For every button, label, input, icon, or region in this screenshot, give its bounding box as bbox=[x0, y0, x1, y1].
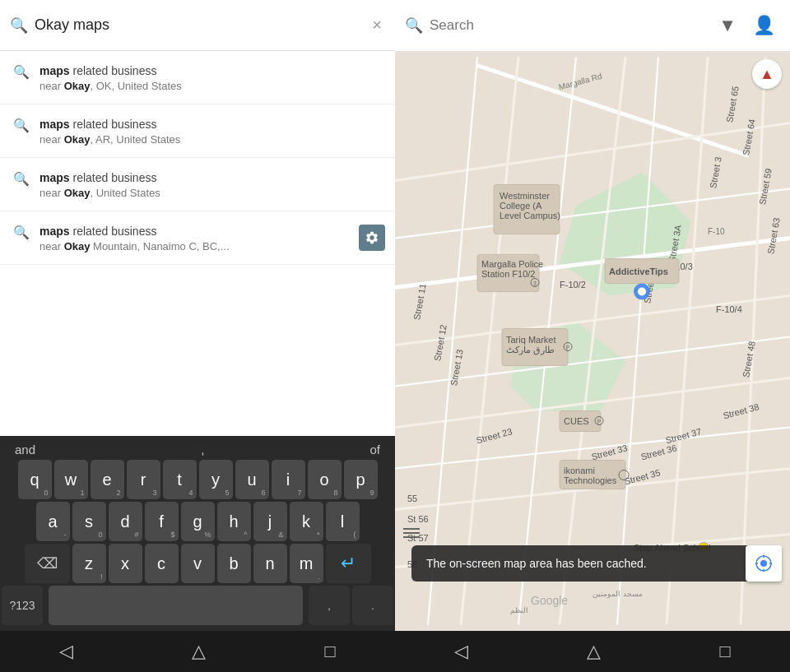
svg-text:Margalla Police: Margalla Police bbox=[481, 259, 543, 269]
keyboard-comma[interactable]: , bbox=[201, 443, 204, 456]
keyboard-bottom-row: ?123 , . bbox=[2, 586, 393, 625]
map-recents-button[interactable]: □ bbox=[720, 641, 731, 662]
key-period-btn[interactable]: . bbox=[352, 586, 393, 625]
svg-text:CUES: CUES bbox=[564, 416, 589, 426]
suggestion-4-sub-prefix: near bbox=[40, 240, 64, 253]
svg-text:58: 58 bbox=[407, 559, 417, 569]
settings-gear-button[interactable] bbox=[359, 225, 385, 251]
svg-text:النظم: النظم bbox=[510, 606, 528, 615]
svg-text:Technologies: Technologies bbox=[564, 475, 617, 485]
key-e[interactable]: e2 bbox=[91, 460, 124, 499]
key-enter[interactable]: ↵ bbox=[326, 544, 371, 583]
key-s[interactable]: s0 bbox=[72, 502, 106, 541]
suggestion-1-title: maps bbox=[40, 64, 70, 77]
map-search-bar: 🔍 ▼ 👤 bbox=[395, 0, 790, 51]
suggestion-2-rest: related business bbox=[70, 118, 157, 131]
svg-text:55: 55 bbox=[407, 494, 417, 503]
keyboard-row-3: ⌫ z! x c v b n m. ↵ bbox=[2, 544, 393, 583]
key-symbols[interactable]: ?123 bbox=[2, 586, 43, 625]
svg-point-58 bbox=[638, 288, 646, 296]
key-w[interactable]: w1 bbox=[54, 460, 88, 499]
svg-text:Level Campus): Level Campus) bbox=[500, 211, 560, 220]
suggestion-3-sub-bold: Okay bbox=[64, 187, 91, 199]
key-r[interactable]: r3 bbox=[127, 460, 160, 499]
svg-text:Google: Google bbox=[531, 594, 568, 607]
suggestion-search-icon-2: 🔍 bbox=[13, 118, 30, 133]
keyboard-word-of[interactable]: of bbox=[369, 443, 380, 456]
key-n[interactable]: n bbox=[253, 544, 287, 583]
svg-text:Tariq Market: Tariq Market bbox=[506, 335, 556, 345]
key-l[interactable]: l( bbox=[326, 502, 360, 541]
key-comma-btn[interactable]: , bbox=[309, 586, 350, 625]
key-o[interactable]: o8 bbox=[308, 460, 342, 499]
key-m[interactable]: m. bbox=[290, 544, 323, 583]
suggestion-1-sub-prefix: near bbox=[40, 80, 64, 92]
svg-text:مسجد المومنین: مسجد المومنین bbox=[592, 590, 643, 599]
suggestion-search-icon-4: 🔍 bbox=[13, 225, 30, 240]
svg-text:AddictiveTips: AddictiveTips bbox=[609, 266, 668, 276]
home-button[interactable]: △ bbox=[192, 641, 206, 662]
key-j[interactable]: j& bbox=[253, 502, 287, 541]
key-c[interactable]: c bbox=[145, 544, 179, 583]
suggestion-4-title: maps bbox=[40, 225, 70, 238]
key-a[interactable]: a- bbox=[36, 502, 70, 541]
map-search-input[interactable] bbox=[430, 17, 707, 34]
keyboard-word-and[interactable]: and bbox=[15, 443, 35, 456]
key-u[interactable]: u6 bbox=[235, 460, 269, 499]
key-v[interactable]: v bbox=[181, 544, 215, 583]
keyboard-top-row: and , of bbox=[2, 439, 393, 460]
svg-text:F-10/4: F-10/4 bbox=[716, 304, 742, 314]
suggestion-4-sub-bold: Okay bbox=[64, 240, 91, 253]
clear-button[interactable]: × bbox=[369, 12, 385, 38]
key-t[interactable]: t4 bbox=[163, 460, 197, 499]
svg-text:P: P bbox=[597, 419, 602, 424]
suggestion-1-sub-bold: Okay bbox=[64, 80, 91, 92]
svg-text:College (A: College (A bbox=[500, 201, 542, 211]
map-back-button[interactable]: ◁ bbox=[454, 641, 468, 662]
keyboard-row-2: a- s0 d# f$ g% h^ j& k* l( bbox=[2, 502, 393, 541]
key-f[interactable]: f$ bbox=[145, 502, 179, 541]
key-p[interactable]: p9 bbox=[344, 460, 378, 499]
key-backspace[interactable]: ⌫ bbox=[25, 544, 70, 583]
suggestion-item-2[interactable]: 🔍 maps related business near Okay, AR, U… bbox=[0, 104, 395, 158]
suggestion-4-sub-rest: Mountain, Nanaimo C, BC,... bbox=[90, 240, 229, 253]
filter-button[interactable]: ▼ bbox=[713, 12, 741, 39]
left-panel: 🔍 × 🔍 maps related business near Okay, O… bbox=[0, 0, 395, 672]
suggestion-3-sub-prefix: near bbox=[40, 187, 64, 199]
map-svg: Margalla Rd F-10 Street 11 Str bbox=[395, 51, 790, 631]
map-home-button[interactable]: △ bbox=[587, 641, 601, 662]
suggestion-4-rest: related business bbox=[70, 225, 157, 238]
key-b[interactable]: b bbox=[217, 544, 251, 583]
profile-button[interactable]: 👤 bbox=[748, 12, 780, 39]
recents-button[interactable]: □ bbox=[325, 641, 336, 662]
suggestion-2-title: maps bbox=[40, 118, 70, 131]
key-g[interactable]: g% bbox=[181, 502, 215, 541]
key-q[interactable]: q0 bbox=[18, 460, 52, 499]
svg-point-73 bbox=[699, 543, 709, 553]
svg-text:3: 3 bbox=[533, 280, 537, 286]
suggestion-item-3[interactable]: 🔍 maps related business near Okay, Unite… bbox=[0, 158, 395, 211]
key-d[interactable]: d# bbox=[109, 502, 142, 541]
gear-icon bbox=[365, 230, 379, 245]
suggestion-item-4[interactable]: 🔍 maps related business near Okay Mounta… bbox=[0, 211, 395, 265]
suggestion-1-sub-rest: , OK, United States bbox=[90, 80, 181, 92]
suggestion-2-sub-prefix: near bbox=[40, 133, 64, 146]
svg-text:F-10/2: F-10/2 bbox=[560, 280, 586, 290]
keyboard: and , of q0 w1 e2 r3 t4 y5 u6 i7 o8 p9 a… bbox=[0, 436, 395, 631]
svg-text:Station F10/2: Station F10/2 bbox=[481, 269, 535, 279]
back-button[interactable]: ◁ bbox=[59, 641, 73, 662]
key-k[interactable]: k* bbox=[290, 502, 323, 541]
key-i[interactable]: i7 bbox=[272, 460, 305, 499]
suggestion-item-1[interactable]: 🔍 maps related business near Okay, OK, U… bbox=[0, 51, 395, 104]
left-nav-bar: ◁ △ □ bbox=[0, 631, 395, 672]
keyboard-row-1: q0 w1 e2 r3 t4 y5 u6 i7 o8 p9 bbox=[2, 460, 393, 499]
suggestion-2-sub-rest: , AR, United States bbox=[90, 133, 180, 146]
key-h[interactable]: h^ bbox=[217, 502, 251, 541]
map-area: Margalla Rd F-10 Street 11 Str bbox=[395, 51, 790, 631]
key-z[interactable]: z! bbox=[72, 544, 106, 583]
search-input[interactable] bbox=[35, 16, 362, 34]
key-x[interactable]: x bbox=[109, 544, 142, 583]
key-space[interactable] bbox=[49, 586, 303, 625]
suggestions-list: 🔍 maps related business near Okay, OK, U… bbox=[0, 51, 395, 436]
key-y[interactable]: y5 bbox=[199, 460, 233, 499]
